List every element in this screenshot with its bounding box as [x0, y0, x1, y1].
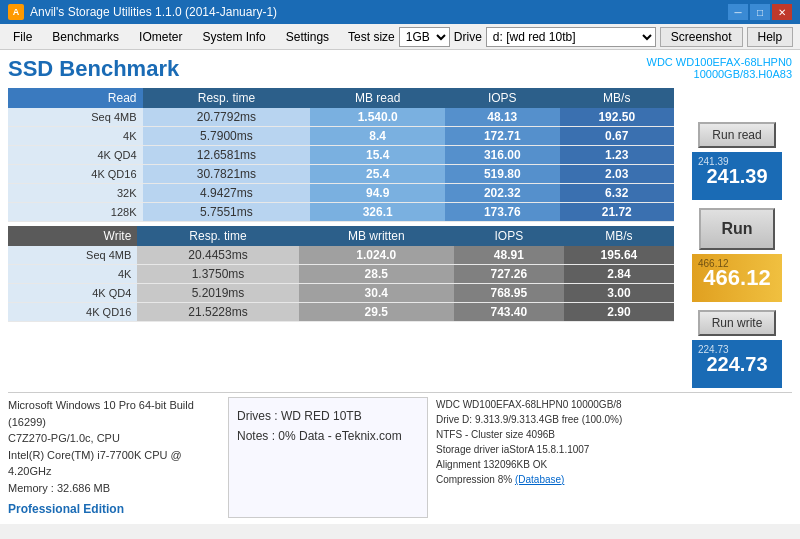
read-table-row: Seq 4MB 20.7792ms 1.540.0 48.13 192.50 — [8, 108, 674, 127]
read-mb: 94.9 — [310, 184, 445, 203]
read-iops: 48.13 — [445, 108, 559, 127]
write-mb: 29.5 — [299, 303, 454, 322]
right-info-line: Drive D: 9.313.9/9.313.4GB free (100.0%) — [436, 412, 792, 427]
read-score-box: 241.39 241.39 — [692, 152, 782, 200]
run-read-button[interactable]: Run read — [698, 122, 775, 148]
read-mb: 1.540.0 — [310, 108, 445, 127]
drive-info: WDC WD100EFAX-68LHPN0 10000GB/83.H0A83 — [647, 56, 793, 80]
screenshot-button[interactable]: Screenshot — [660, 27, 743, 47]
read-header-iops: IOPS — [445, 88, 559, 108]
read-row-label: 32K — [8, 184, 143, 203]
close-button[interactable]: ✕ — [772, 4, 792, 20]
bottom-right: WDC WD100EFAX-68LHPN0 10000GB/8Drive D: … — [428, 397, 792, 518]
read-resp-time: 5.7551ms — [143, 203, 311, 222]
menu-benchmarks[interactable]: Benchmarks — [43, 27, 128, 47]
write-mbs: 195.64 — [564, 246, 674, 265]
write-resp-time: 1.3750ms — [137, 265, 298, 284]
menu-file[interactable]: File — [4, 27, 41, 47]
read-row-label: Seq 4MB — [8, 108, 143, 127]
right-info-line: NTFS - Cluster size 4096B — [436, 427, 792, 442]
read-table-row: 4K QD4 12.6581ms 15.4 316.00 1.23 — [8, 146, 674, 165]
read-score-value: 241.39 — [706, 165, 767, 188]
write-header-mbs: MB/s — [564, 226, 674, 246]
write-mb: 28.5 — [299, 265, 454, 284]
ssd-title: SSD Benchmark — [8, 56, 179, 82]
read-header-resp: Resp. time — [143, 88, 311, 108]
read-row-label: 4K — [8, 127, 143, 146]
pro-edition-label: Professional Edition — [8, 500, 220, 518]
write-mb: 1.024.0 — [299, 246, 454, 265]
right-info-line: Alignment 132096KB OK — [436, 457, 792, 472]
write-score-box: 224.73 224.73 — [692, 340, 782, 388]
write-resp-time: 20.4453ms — [137, 246, 298, 265]
run-write-button[interactable]: Run write — [698, 310, 777, 336]
maximize-button[interactable]: □ — [750, 4, 770, 20]
notes-label: Notes : 0% Data - eTeknix.com — [237, 426, 419, 446]
write-header-iops: IOPS — [454, 226, 564, 246]
read-table: Read Resp. time MB read IOPS MB/s Seq 4M… — [8, 88, 674, 222]
read-resp-time: 4.9427ms — [143, 184, 311, 203]
test-size-label: Test size — [348, 30, 395, 44]
read-mb: 25.4 — [310, 165, 445, 184]
title-bar-title: Anvil's Storage Utilities 1.1.0 (2014-Ja… — [30, 5, 277, 19]
total-score-box: 466.12 466.12 — [692, 254, 782, 302]
read-resp-time: 30.7821ms — [143, 165, 311, 184]
read-header-mb: MB read — [310, 88, 445, 108]
drive-line1: WDC WD100EFAX-68LHPN0 — [647, 56, 793, 68]
help-button[interactable]: Help — [747, 27, 794, 47]
write-resp-time: 5.2019ms — [137, 284, 298, 303]
write-table-row: 4K QD4 5.2019ms 30.4 768.95 3.00 — [8, 284, 674, 303]
read-mbs: 2.03 — [560, 165, 674, 184]
right-info-line: Compression 8% (Database) — [436, 472, 792, 487]
system-info-line: Microsoft Windows 10 Pro 64-bit Build (1… — [8, 397, 220, 430]
menu-bar: File Benchmarks IOmeter System Info Sett… — [0, 24, 800, 50]
write-header-mb: MB written — [299, 226, 454, 246]
minimize-button[interactable]: ─ — [728, 4, 748, 20]
menu-settings[interactable]: Settings — [277, 27, 338, 47]
menu-sysinfo[interactable]: System Info — [193, 27, 274, 47]
write-row-label: 4K QD4 — [8, 284, 137, 303]
read-table-row: 4K QD16 30.7821ms 25.4 519.80 2.03 — [8, 165, 674, 184]
read-resp-time: 12.6581ms — [143, 146, 311, 165]
write-table-row: 4K 1.3750ms 28.5 727.26 2.84 — [8, 265, 674, 284]
main-content: SSD Benchmark WDC WD100EFAX-68LHPN0 1000… — [0, 50, 800, 524]
test-size-select[interactable]: 1GB — [399, 27, 450, 47]
ssd-header: SSD Benchmark WDC WD100EFAX-68LHPN0 1000… — [8, 56, 792, 82]
read-mbs: 6.32 — [560, 184, 674, 203]
read-iops: 316.00 — [445, 146, 559, 165]
menu-iometer[interactable]: IOmeter — [130, 27, 191, 47]
write-row-label: 4K QD16 — [8, 303, 137, 322]
write-score-value: 224.73 — [706, 353, 767, 376]
write-mbs: 3.00 — [564, 284, 674, 303]
right-info-line: Storage driver iaStorA 15.8.1.1007 — [436, 442, 792, 457]
write-score-label: 224.73 — [698, 344, 729, 355]
compression-link[interactable]: (Database) — [515, 474, 564, 485]
right-info-line: WDC WD100EFAX-68LHPN0 10000GB/8 — [436, 397, 792, 412]
system-info-line: Intel(R) Core(TM) i7-7700K CPU @ 4.20GHz — [8, 447, 220, 480]
write-iops: 48.91 — [454, 246, 564, 265]
read-mb: 326.1 — [310, 203, 445, 222]
read-iops: 519.80 — [445, 165, 559, 184]
read-iops: 202.32 — [445, 184, 559, 203]
read-mb: 15.4 — [310, 146, 445, 165]
read-iops: 173.76 — [445, 203, 559, 222]
drives-label: Drives : WD RED 10TB — [237, 406, 419, 426]
content-wrapper: Read Resp. time MB read IOPS MB/s Seq 4M… — [8, 88, 792, 388]
write-iops: 743.40 — [454, 303, 564, 322]
read-header-mbs: MB/s — [560, 88, 674, 108]
read-table-row: 32K 4.9427ms 94.9 202.32 6.32 — [8, 184, 674, 203]
write-row-label: Seq 4MB — [8, 246, 137, 265]
write-iops: 727.26 — [454, 265, 564, 284]
read-mbs: 21.72 — [560, 203, 674, 222]
title-bar: A Anvil's Storage Utilities 1.1.0 (2014-… — [0, 0, 800, 24]
read-score-label: 241.39 — [698, 156, 729, 167]
read-mb: 8.4 — [310, 127, 445, 146]
drive-select[interactable]: d: [wd red 10tb] — [486, 27, 656, 47]
write-table-row: 4K QD16 21.5228ms 29.5 743.40 2.90 — [8, 303, 674, 322]
write-table-row: Seq 4MB 20.4453ms 1.024.0 48.91 195.64 — [8, 246, 674, 265]
bottom-left: Microsoft Windows 10 Pro 64-bit Build (1… — [8, 397, 228, 518]
read-row-label: 4K QD4 — [8, 146, 143, 165]
read-resp-time: 5.7900ms — [143, 127, 311, 146]
system-info-line: Memory : 32.686 MB — [8, 480, 220, 497]
run-button[interactable]: Run — [699, 208, 774, 250]
